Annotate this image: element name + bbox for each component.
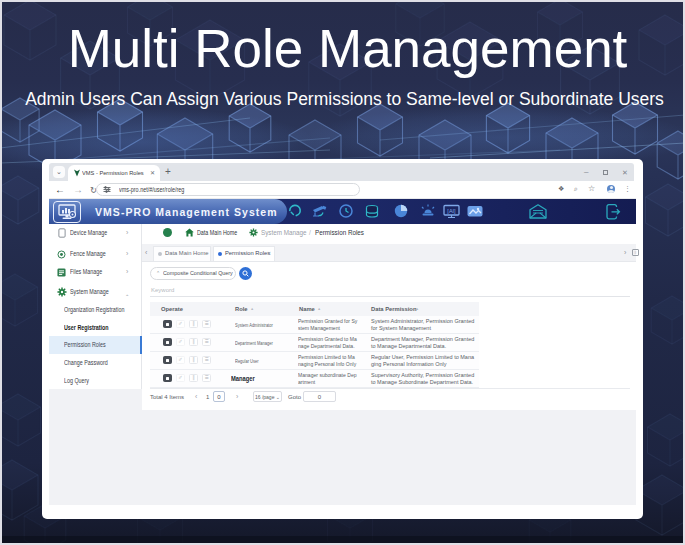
svg-text:[AI]: [AI] [447,208,456,214]
